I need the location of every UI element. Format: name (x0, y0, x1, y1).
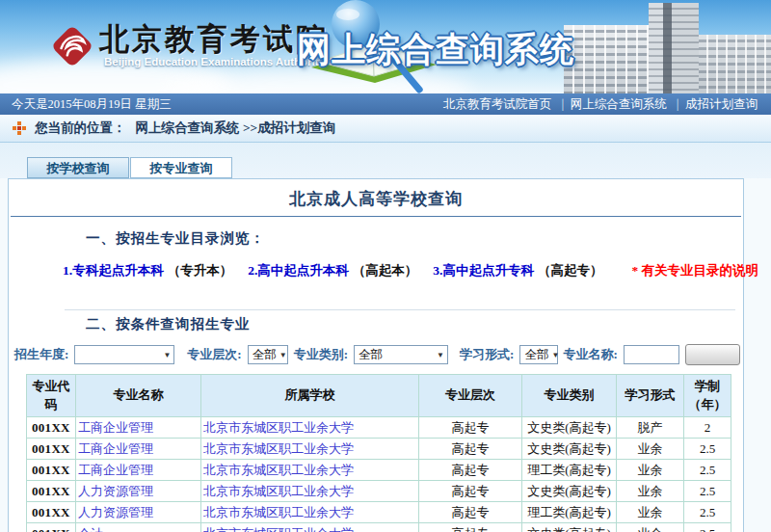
level-select[interactable]: 全部 ▼ (248, 345, 288, 364)
main-panel: 北京成人高等学校查询 一、按招生专业目录浏览： 1.专科起点升本科（专升本）2.… (8, 178, 744, 532)
breadcrumb-label: 您当前的位置： (35, 120, 126, 137)
school-link[interactable]: 北京市东城区职工业余大学 (203, 463, 354, 477)
tab-strip: 按学校查询 按专业查询 (0, 143, 771, 178)
school-link[interactable]: 北京市东城区职工业余大学 (203, 505, 354, 519)
school-cell: 北京市东城区职工业余大学 (201, 460, 419, 481)
building-block (699, 35, 771, 93)
plan-table: 专业代码专业名称所属学校专业层次专业类别学习形式学制（年） 001XX工商企业管… (26, 374, 731, 532)
level-cell: 高起专 (419, 502, 522, 523)
column-header: 所属学校 (201, 375, 419, 417)
chevron-down-icon: ▼ (437, 351, 444, 359)
category-select[interactable]: 全部 ▼ (354, 345, 448, 364)
current-date: 今天是2015年08月19日 星期三 (12, 96, 172, 113)
level-cell: 高起专 (419, 439, 522, 460)
location-grid-icon (13, 121, 26, 135)
study-form-cell: 业余 (617, 481, 684, 502)
level-cell: 高起专 (419, 460, 522, 481)
major-name-link[interactable]: 工商企业管理 (78, 441, 153, 456)
major-code-cell: 001XX (27, 439, 76, 460)
major-code-cell: 001XX (27, 460, 76, 481)
page-title: 北京成人高等学校查询 (9, 188, 743, 210)
school-cell: 北京市东城区职工业余大学 (201, 417, 419, 439)
study-form-cell: 业余 (617, 523, 684, 532)
catalog-line: 1.专科起点升本科（专升本）2.高中起点升本科（高起本）3.高中起点升专科（高起… (63, 262, 743, 279)
major-name-link[interactable]: 人力资源管理 (78, 484, 153, 498)
table-row: 001XX人力资源管理北京市东城区职工业余大学高起专文史类(高起专)业余2.5 (27, 481, 731, 502)
category-select-value: 全部 (359, 347, 383, 363)
category-cell: 文史类(高起专) (522, 439, 617, 460)
table-row: 001XX工商企业管理北京市东城区职工业余大学高起专文史类(高起专)脱产2 (27, 417, 731, 439)
tab-query-by-school[interactable]: 按学校查询 (27, 157, 129, 178)
major-name-link[interactable]: 人力资源管理 (78, 505, 153, 519)
level-cell: 高起专 (419, 481, 522, 502)
major-code-cell: 001XX (27, 417, 76, 439)
section-divider (65, 309, 735, 310)
filter-bar: 招生年度: ▼ 专业层次: 全部 ▼ 专业类别: 全部 ▼ 学习形式: 全部 ▼… (9, 342, 743, 367)
catalog-note[interactable]: * 有关专业目录的说明 (631, 263, 758, 278)
catalog-link-suffix: （高起专） (538, 263, 603, 278)
school-link[interactable]: 北京市东城区职工业余大学 (203, 441, 354, 456)
category-cell: 理工类(高起专) (522, 502, 617, 523)
datebar-link[interactable]: 成招计划查询 (685, 97, 758, 111)
org-name-en: Beijing Education Examinations Authority (104, 56, 325, 67)
major-name-cell: 人力资源管理 (76, 502, 201, 523)
chevron-down-icon: ▼ (551, 351, 559, 359)
catalog-link[interactable]: 3.高中起点升专科 (433, 263, 534, 278)
category-label: 专业类别: (294, 346, 348, 363)
school-link[interactable]: 北京市东城区职工业余大学 (203, 526, 354, 532)
catalog-link[interactable]: 2.高中起点升本科 (248, 263, 349, 278)
years-cell: 2.5 (684, 481, 731, 502)
datebar-link[interactable]: 北京教育考试院首页 (443, 97, 552, 111)
org-name-cn: 北京教育考试院 (99, 19, 329, 60)
catalog-link-suffix: （高起本） (353, 263, 418, 278)
major-code-cell: 001XX (27, 481, 76, 502)
major-name-link[interactable]: 工商企业管理 (78, 420, 153, 435)
major-name-cell: 工商企业管理 (76, 417, 201, 439)
years-cell: 2.5 (684, 460, 731, 481)
tab-query-by-major[interactable]: 按专业查询 (130, 157, 232, 178)
separator: ｜ (669, 97, 683, 111)
column-header: 专业名称 (76, 375, 201, 417)
school-link[interactable]: 北京市东城区职工业余大学 (203, 420, 354, 435)
years-cell: 2.5 (684, 502, 731, 523)
section1-heading: 一、按招生专业目录浏览： (86, 229, 743, 248)
study-form-cell: 业余 (617, 502, 684, 523)
major-name-cell: 会计 (76, 523, 201, 532)
years-cell: 2 (684, 417, 731, 439)
column-header: 专业层次 (419, 375, 522, 417)
query-button[interactable] (685, 344, 740, 365)
table-header-row: 专业代码专业名称所属学校专业层次专业类别学习形式学制（年） (27, 375, 731, 417)
major-name-link[interactable]: 会计 (78, 526, 103, 532)
column-header: 学习形式 (617, 375, 684, 417)
system-title: 网上综合查询系统 (297, 27, 574, 72)
study-form-label: 学习形式: (460, 346, 514, 363)
datebar-link[interactable]: 网上综合查询系统 (571, 97, 667, 111)
school-link[interactable]: 北京市东城区职工业余大学 (203, 484, 354, 498)
building-tower (649, 3, 699, 93)
breadcrumb-path[interactable]: 网上综合查询系统 >>成招计划查询 (136, 120, 336, 137)
catalog-link[interactable]: 1.专科起点升本科 (63, 263, 164, 278)
major-code-cell: 001XX (27, 502, 76, 523)
study-form-select[interactable]: 全部 ▼ (519, 345, 558, 364)
breadcrumb: 您当前的位置： 网上综合查询系统 >>成招计划查询 (0, 115, 771, 143)
study-form-select-value: 全部 (524, 347, 548, 363)
level-label: 专业层次: (187, 346, 241, 363)
major-name-cell: 工商企业管理 (76, 460, 201, 481)
major-name-link[interactable]: 工商企业管理 (78, 463, 153, 477)
major-name-label: 专业名称: (563, 346, 617, 363)
major-name-cell: 工商企业管理 (76, 439, 201, 460)
plan-table-body: 001XX工商企业管理北京市东城区职工业余大学高起专文史类(高起专)脱产2001… (27, 417, 731, 532)
section2-heading: 二、按条件查询招生专业 (86, 315, 743, 333)
major-code-cell: 001XX (27, 523, 76, 532)
column-header: 专业代码 (27, 375, 76, 417)
major-name-input[interactable] (624, 345, 679, 364)
study-form-cell: 业余 (617, 460, 684, 481)
school-cell: 北京市东城区职工业余大学 (201, 481, 419, 502)
year-select[interactable]: ▼ (74, 345, 174, 364)
datebar-links: 北京教育考试院首页 ｜网上综合查询系统 ｜成招计划查询 (443, 96, 758, 113)
catalog-links: 1.专科起点升本科（专升本）2.高中起点升本科（高起本）3.高中起点升专科（高起… (63, 263, 602, 278)
level-select-value: 全部 (253, 347, 277, 363)
category-cell: 文史类(高起专) (522, 417, 617, 439)
years-cell: 2.5 (684, 523, 731, 532)
school-cell: 北京市东城区职工业余大学 (201, 523, 419, 532)
